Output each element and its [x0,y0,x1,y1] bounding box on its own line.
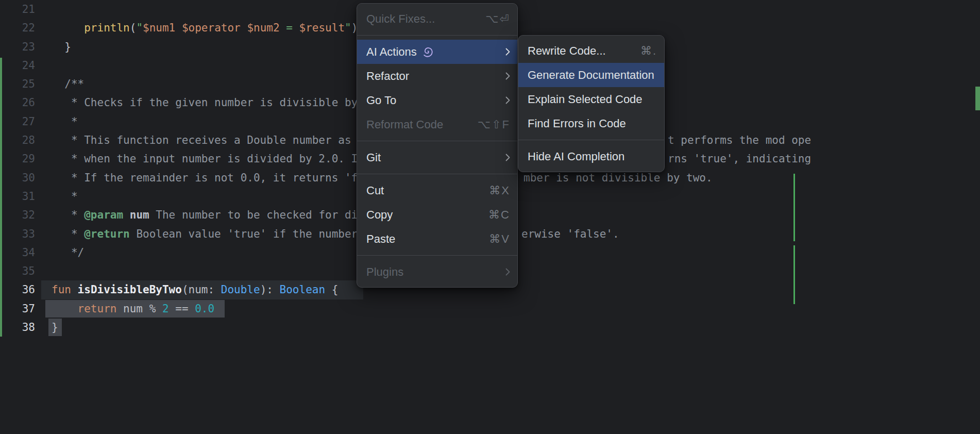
code-token [175,22,182,34]
code-text: * @return Boolean value 'true' if the nu… [52,225,358,243]
code-token: } [52,41,71,53]
menu-item-rewrite-code[interactable]: Rewrite Code...⌘. [518,39,664,63]
line-number[interactable]: 38 [0,318,35,337]
code-token: " [345,22,351,34]
line-number[interactable]: 28 [0,131,35,149]
git-added-bar [0,58,2,337]
code-token: Boolean value 'true' if the number [130,228,358,240]
code-text: fun isDivisibleByTwo(num: Double): Boole… [52,280,338,299]
menu-shortcut: ⌥⇧F [478,118,510,131]
menu-item-label: Hide AI Completion [528,150,624,163]
line-number[interactable]: 23 [0,38,35,56]
code-token: : [208,283,221,296]
code-token: * [52,115,78,128]
menu-item-label: Refactor [366,70,409,83]
code-token: println [84,22,130,34]
line-number[interactable]: 32 [0,206,35,224]
code-token: $operator [182,22,241,34]
code-text: } [52,318,58,337]
line-number[interactable]: 30 [0,169,35,187]
code-token: * [52,228,84,240]
menu-item-refactor[interactable]: Refactor [357,64,517,88]
submenu-arrow-icon [505,96,510,104]
context-menu: Quick Fixes...⌥⏎AI ActionsRefactorGo ToR… [357,3,518,288]
code-token [123,209,130,221]
menu-item-label: Paste [366,232,395,246]
menu-item-label: Reformat Code [366,118,443,131]
submenu-arrow-icon [505,72,510,80]
menu-item-paste[interactable]: Paste⌘V [357,227,517,251]
menu-item-label: Go To [366,94,396,107]
code-token: $num2 [247,22,279,34]
line-number[interactable]: 25 [0,75,35,93]
code-text: */ [52,243,84,262]
code-token: num [130,209,149,221]
code-token: 2 [162,303,169,315]
menu-item-ai-actions[interactable]: AI Actions [357,40,517,64]
code-text: * If the remainder is not 0.0, it return… [52,169,358,187]
submenu-arrow-icon [505,48,510,56]
code-text: return num % 2 == 0.0 [52,299,214,318]
code-token [241,22,247,34]
menu-item-quick-fixes: Quick Fixes...⌥⏎ [357,7,517,31]
menu-item-cut[interactable]: Cut⌘X [357,178,517,203]
line-number[interactable]: 21 [0,0,35,19]
code-token: /** [52,78,84,90]
menu-item-label: Explain Selected Code [528,93,643,106]
code-text: * when the input number is divided by 2.… [52,149,358,168]
code-text: * Checks if the given number is divisibl… [52,93,358,112]
code-token: Boolean [280,283,326,296]
code-text: * [52,187,78,206]
line-number[interactable]: 37 [0,299,35,318]
code-token: @return [84,228,130,240]
line-number[interactable]: 34 [0,243,35,262]
ide-editor-screen: 2122 println("$num1 $operator $num2 = $r… [0,0,980,434]
menu-item-label: Plugins [366,265,403,279]
menu-item-generate-documentation[interactable]: Generate Documentation [518,63,664,87]
code-text: * This function receives a Double number… [52,131,351,149]
line-number[interactable]: 35 [0,262,35,280]
menu-item-plugins: Plugins [357,260,517,284]
code-text-fragment: rns 'true', indicating [668,149,811,168]
submenu-arrow-icon [505,268,510,276]
code-token: ( [130,22,137,34]
menu-item-explain-selected-code[interactable]: Explain Selected Code [518,87,664,111]
line-number[interactable]: 22 [0,19,35,37]
code-token: num % [116,303,162,315]
line-number[interactable]: 36 [0,280,35,299]
editor-line-38[interactable]: 38} [0,318,980,337]
line-number[interactable]: 27 [0,112,35,131]
line-number[interactable]: 33 [0,225,35,243]
menu-item-go-to[interactable]: Go To [357,88,517,112]
code-token: rns 'true', indicating [668,153,811,165]
code-token: 0.0 [195,303,214,315]
menu-item-git[interactable]: Git [357,145,517,170]
line-number[interactable]: 26 [0,93,35,112]
code-text: } [52,38,71,56]
menu-item-copy[interactable]: Copy⌘C [357,203,517,227]
menu-separator [357,174,517,174]
menu-item-label: Git [366,151,381,164]
line-number[interactable]: 31 [0,187,35,206]
code-token [52,22,84,34]
menu-shortcut: ⌘. [640,44,657,58]
code-token: $num1 [143,22,175,34]
editor-line-37[interactable]: 37 return num % 2 == 0.0 [0,299,980,318]
menu-separator [518,140,664,140]
code-token: " [136,22,143,34]
menu-item-find-errors-in-code[interactable]: Find Errors in Code [518,111,664,136]
code-token: * [52,209,84,221]
menu-item-label: Cut [366,184,384,197]
menu-item-label: Find Errors in Code [528,117,626,130]
code-token: $result [299,22,345,34]
code-text-fragment: erwise 'false'. [521,225,619,243]
menu-item-label: AI Actions [366,45,417,59]
code-text: * @param num The number to be checked fo… [52,206,358,224]
menu-item-hide-ai-completion[interactable]: Hide AI Completion [518,144,664,169]
change-guide-top [793,174,795,241]
code-token: * when the input number is divided by 2.… [52,153,358,165]
code-token: fun [52,283,71,296]
line-number[interactable]: 24 [0,56,35,75]
line-number[interactable]: 29 [0,149,35,168]
code-token: * [52,190,78,203]
